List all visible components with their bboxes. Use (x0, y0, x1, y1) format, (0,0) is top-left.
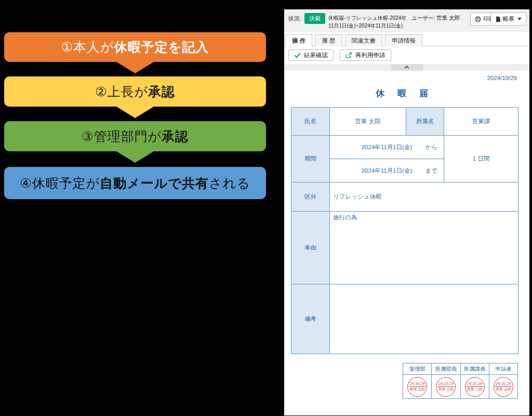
stamp-date: 24.10.29 (409, 382, 426, 387)
stamp-date: 24.10.29 (495, 382, 512, 387)
flow-arrow-down-2 (116, 107, 154, 118)
period-to-date: 2024年11月1日(金) (362, 167, 413, 175)
name-value: 営業 太郎 (330, 108, 406, 136)
reason-label: 事由 (291, 212, 330, 284)
period-from-cell: 2024年11月1日(金) から (330, 136, 444, 159)
stamp-name: 営業 三郎 (438, 387, 454, 392)
flow-step-3-block: ③管理部門が承認 (4, 121, 266, 151)
stamp-cell-section-manager: 24.10.29 営業 二郎 (461, 375, 489, 399)
approval-stamp: 24.10.29 営業 太郎 (494, 377, 513, 397)
stamp-name: 営業 太郎 (496, 387, 511, 392)
period-from-suffix: から (425, 144, 437, 151)
category-label: 区分 (291, 183, 330, 212)
leave-workflow-diagram: ①本人が休暇予定を記入 ②上長が承認 ③管理部門が承認 ④休暇予定が自動メールで… (4, 32, 266, 199)
flow-step-4-text: ④休暇予定が (20, 175, 100, 192)
leave-request-form: 2024/10/29 休 暇 届 氏名 営業 太郎 所属名 営業課 期間 202… (284, 71, 529, 415)
window-header: 状況: 決裁 休暇届-リフレッシュ休暇-2024年11月1日(金)~2024年1… (284, 9, 529, 32)
stamp-name: 営業 二郎 (467, 387, 483, 392)
period-label: 期間 (291, 136, 330, 183)
approver-column-section-manager: 所属課長 (461, 363, 489, 375)
department-label: 所属名 (406, 108, 444, 136)
flow-step-4-block: ④休暇予定が自動メールで共有される (4, 167, 266, 199)
flow-step-2-text: ②上長が (95, 83, 148, 100)
stamp-date: 24.10.29 (437, 382, 455, 387)
period-to-suffix: まで (425, 167, 437, 175)
flow-step-4: ④休暇予定が自動メールで共有される (4, 167, 266, 199)
form-date: 2024/10/29 (487, 75, 517, 81)
status-label: 状況: (288, 13, 301, 22)
form-title: 休 暇 届 (291, 87, 518, 99)
flow-step-3-text-bold: 承認 (162, 128, 189, 145)
reuse-request-label: 再利用申請 (355, 51, 385, 59)
flow-step-1-text-bold: 休暇予定を記入 (114, 38, 209, 56)
printer-icon (475, 16, 481, 22)
approval-stamp-table: 管理部 所属部長 所属課長 申請者 24.10.29 管理 太郎 24.10.2… (403, 363, 518, 399)
department-value: 営業課 (444, 108, 518, 136)
leave-form-table: 氏名 営業 太郎 所属名 営業課 期間 2024年11月1日(金) から 1 日… (291, 107, 518, 354)
action-bar: 結果確認 再利用申請 (284, 46, 529, 64)
stamp-cell-applicant: 24.10.29 営業 太郎 (489, 375, 518, 399)
reuse-request-button[interactable]: 再利用申請 (340, 49, 391, 61)
flow-step-4-text-suffix: される (209, 175, 250, 192)
flow-step-3-text: ③管理部門が (82, 128, 162, 145)
name-label: 氏名 (291, 108, 330, 136)
flow-arrow-down-1 (116, 62, 154, 73)
collapse-panel-button[interactable] (391, 64, 423, 71)
collapse-bar (284, 64, 529, 71)
status-badge: 決裁 (304, 13, 325, 24)
stamp-cell-admin: 24.10.29 管理 太郎 (403, 375, 432, 399)
approval-stamp: 24.10.29 営業 二郎 (465, 377, 485, 397)
report-dropdown-button[interactable]: 帳票 (490, 12, 526, 25)
period-from-date: 2024年11月1日(金) (362, 144, 413, 151)
stamp-date: 24.10.29 (466, 382, 483, 387)
flow-step-1: ①本人が休暇予定を記入 (4, 32, 266, 73)
approval-stamp: 24.10.29 管理 太郎 (407, 377, 427, 397)
flow-step-2-block: ②上長が承認 (4, 76, 266, 107)
header-status-area: 状況: 決裁 休暇届-リフレッシュ休暇-2024年11月1日(金)~2024年1… (288, 13, 460, 30)
flow-step-1-text: ①本人が (61, 38, 114, 56)
category-value: リフレッシュ休暇 (330, 183, 518, 212)
tab-bar: 操 作 履 歴 関連文書 申請情報 (284, 34, 529, 46)
stamp-cell-dept-manager: 24.10.29 営業 三郎 (432, 375, 460, 399)
period-days-value: 1 日間 (444, 136, 518, 183)
approval-stamp: 24.10.29 営業 三郎 (436, 377, 456, 397)
approver-column-applicant: 申請者 (489, 363, 518, 375)
approver-column-admin: 管理部 (403, 363, 432, 375)
check-result-button[interactable]: 結果確認 (288, 49, 334, 61)
tab-history[interactable]: 履 歴 (315, 34, 342, 46)
flow-step-1-block: ①本人が休暇予定を記入 (4, 32, 266, 62)
tab-request-info[interactable]: 申請情報 (385, 34, 422, 46)
tab-related-documents[interactable]: 関連文書 (345, 34, 382, 46)
check-icon (294, 53, 301, 58)
reason-value: 旅行の為 (330, 212, 518, 284)
flow-step-3: ③管理部門が承認 (4, 121, 266, 163)
flow-step-2: ②上長が承認 (4, 76, 266, 118)
check-result-label: 結果確認 (304, 51, 328, 59)
report-button-label: 帳票 (503, 15, 514, 23)
approver-column-dept-manager: 所属部長 (432, 363, 460, 375)
user-name: ユーザー: 営業 太郎 (411, 13, 460, 22)
tab-operation[interactable]: 操 作 (285, 34, 312, 47)
stamp-name: 管理 太郎 (409, 387, 425, 392)
period-to-cell: 2024年11月1日(金) まで (330, 159, 444, 183)
document-icon (495, 16, 501, 22)
notes-value (330, 284, 518, 354)
chevron-down-icon (517, 18, 522, 20)
flow-arrow-down-3 (116, 151, 154, 163)
workflow-app-window: 状況: 決裁 休暇届-リフレッシュ休暇-2024年11月1日(金)~2024年1… (284, 9, 529, 413)
notes-label: 備考 (291, 284, 330, 354)
share-export-icon (345, 52, 352, 58)
chevron-up-icon (404, 66, 409, 69)
document-title: 休暇届-リフレッシュ休暇-2024年11月1日(金)~2024年11月1日(金) (328, 13, 408, 30)
flow-step-2-text-bold: 承認 (148, 83, 175, 100)
flow-step-4-text-bold: 自動メールで共有 (100, 175, 209, 192)
